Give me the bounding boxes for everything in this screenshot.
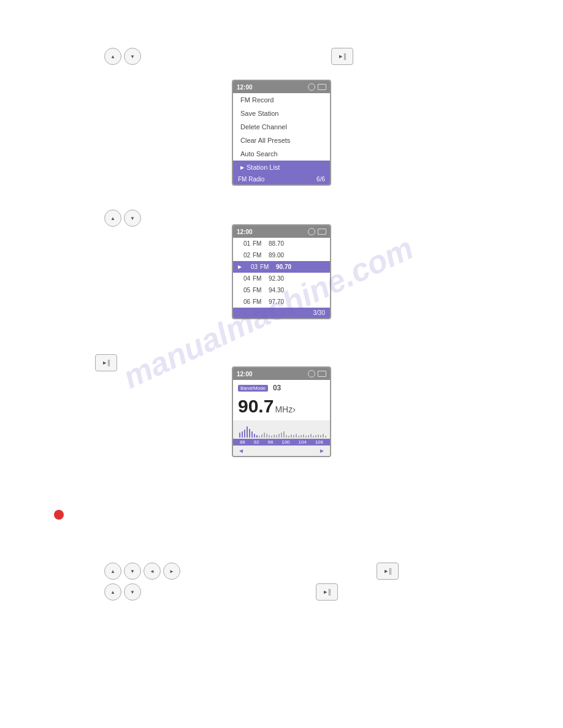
svg-rect-0 bbox=[239, 433, 240, 438]
menu-item-fm-record[interactable]: FM Record bbox=[233, 93, 330, 107]
svg-rect-25 bbox=[301, 435, 302, 438]
svg-rect-35 bbox=[325, 436, 326, 438]
tuner-preset-num: 03 bbox=[273, 384, 281, 392]
scale-label-88: 88 bbox=[240, 439, 245, 445]
tuner-freq-integer: 90.7 bbox=[238, 397, 274, 415]
bottom2-up-button[interactable]: ▲ bbox=[104, 583, 121, 601]
mid-play-pause-button[interactable]: ►║ bbox=[95, 354, 117, 371]
screen3-header: 12:00 bbox=[233, 368, 330, 380]
svg-rect-19 bbox=[286, 435, 287, 438]
screen1-time: 12:00 bbox=[237, 84, 253, 91]
svg-rect-11 bbox=[266, 434, 267, 438]
svg-rect-4 bbox=[249, 429, 250, 438]
station-4-freq: 92.30 bbox=[269, 275, 284, 282]
tuner-band-tag: Band/Mode bbox=[238, 385, 268, 392]
station-4-num: 04 bbox=[238, 275, 250, 282]
station-row-6[interactable]: 06 FM 97.70 bbox=[233, 296, 330, 308]
svg-rect-7 bbox=[256, 435, 258, 438]
svg-rect-2 bbox=[244, 430, 245, 438]
svg-rect-21 bbox=[291, 434, 292, 438]
menu-item-auto-search[interactable]: Auto Search bbox=[233, 147, 330, 161]
mid-up-button[interactable]: ▲ bbox=[104, 210, 121, 227]
tuner-nav-right[interactable]: ► bbox=[319, 447, 325, 454]
station-6-num: 06 bbox=[238, 298, 250, 305]
bottom1-up-button[interactable]: ▲ bbox=[104, 563, 121, 580]
tuner-freq-unit: MHz bbox=[275, 404, 293, 414]
mid-down-button[interactable]: ▼ bbox=[124, 210, 141, 227]
scale-label-92: 92 bbox=[254, 439, 259, 445]
tuner-nav: ◄ ► bbox=[233, 446, 330, 456]
svg-rect-29 bbox=[310, 434, 312, 438]
bottom1-right-button[interactable]: ► bbox=[163, 563, 180, 580]
bottom2-play-pause-button[interactable]: ►║ bbox=[316, 583, 338, 601]
screen2-icon1 bbox=[308, 228, 315, 235]
svg-rect-22 bbox=[293, 435, 294, 438]
station-row-1[interactable]: 01 FM 88.70 bbox=[233, 238, 330, 249]
tuner-freq-arrow: › bbox=[293, 404, 296, 414]
screen1-icon2 bbox=[318, 84, 326, 90]
svg-rect-26 bbox=[303, 434, 304, 438]
screen3-time: 12:00 bbox=[237, 371, 253, 377]
svg-rect-23 bbox=[296, 434, 297, 438]
bottom2-down-button[interactable]: ▼ bbox=[124, 583, 141, 601]
station-row-5[interactable]: 05 FM 94.30 bbox=[233, 284, 330, 296]
scale-label-108: 108 bbox=[315, 439, 323, 445]
station-6-freq: 97.70 bbox=[269, 298, 284, 305]
top-play-pause-button[interactable]: ►║ bbox=[331, 48, 353, 65]
menu-screen: 12:00 FM Record Save Station Delete Chan… bbox=[232, 80, 331, 186]
screen1-footer-label: FM Radio bbox=[238, 176, 264, 183]
svg-rect-34 bbox=[323, 434, 324, 438]
station-4-band: FM bbox=[253, 275, 266, 282]
station-row-3[interactable]: ▶ 03 FM 90.70 bbox=[233, 261, 330, 273]
svg-rect-5 bbox=[251, 431, 253, 438]
station-3-band: FM bbox=[260, 264, 274, 270]
menu-item-station-list[interactable]: Station List bbox=[233, 161, 330, 174]
scale-label-100: 100 bbox=[282, 439, 289, 445]
screen1-icon1 bbox=[308, 83, 315, 91]
svg-rect-1 bbox=[242, 431, 243, 438]
svg-rect-15 bbox=[276, 435, 277, 438]
top-down-button[interactable]: ▼ bbox=[124, 48, 141, 65]
svg-rect-12 bbox=[269, 435, 270, 438]
station-row-2[interactable]: 02 FM 89.00 bbox=[233, 249, 330, 261]
svg-rect-14 bbox=[274, 434, 275, 438]
station-5-band: FM bbox=[253, 287, 266, 294]
screen2-header: 12:00 bbox=[233, 226, 330, 238]
scale-label-104: 104 bbox=[298, 439, 306, 445]
bottom1-left-button[interactable]: ◄ bbox=[144, 563, 161, 580]
menu-item-delete-channel[interactable]: Delete Channel bbox=[233, 120, 330, 134]
svg-rect-28 bbox=[308, 435, 309, 438]
scale-label-96: 96 bbox=[267, 439, 273, 445]
station-5-num: 05 bbox=[238, 287, 250, 294]
station-2-band: FM bbox=[253, 252, 266, 259]
top-up-button[interactable]: ▲ bbox=[104, 48, 121, 65]
bottom1-play-pause-button[interactable]: ►║ bbox=[377, 563, 399, 580]
station-2-freq: 89.00 bbox=[269, 252, 284, 259]
station-2-num: 02 bbox=[238, 252, 250, 259]
bottom1-down-button[interactable]: ▼ bbox=[124, 563, 141, 580]
menu-item-save-station[interactable]: Save Station bbox=[233, 107, 330, 120]
svg-rect-27 bbox=[305, 436, 307, 438]
menu-item-clear-all-presets[interactable]: Clear All Presets bbox=[233, 134, 330, 147]
tuner-scale-labels: 88 92 96 100 104 108 bbox=[233, 439, 330, 446]
svg-rect-32 bbox=[318, 434, 319, 438]
svg-rect-24 bbox=[298, 436, 299, 438]
svg-rect-20 bbox=[288, 436, 289, 438]
record-dot bbox=[54, 510, 64, 520]
tuner-scale bbox=[233, 420, 330, 439]
svg-rect-16 bbox=[278, 434, 280, 438]
station-1-band: FM bbox=[253, 240, 266, 247]
tuner-nav-left[interactable]: ◄ bbox=[238, 447, 244, 454]
screen2-time: 12:00 bbox=[237, 229, 253, 235]
screen3-icon1 bbox=[308, 370, 315, 377]
screen3-icon2 bbox=[318, 371, 326, 377]
screen1-footer-count: 6/6 bbox=[316, 176, 325, 183]
svg-rect-30 bbox=[313, 436, 314, 438]
svg-rect-18 bbox=[283, 431, 285, 438]
screen1-header: 12:00 bbox=[233, 81, 330, 93]
station-row-4[interactable]: 04 FM 92.30 bbox=[233, 273, 330, 284]
svg-rect-33 bbox=[320, 435, 321, 438]
screen2-footer-count: 3/30 bbox=[313, 309, 325, 316]
station-3-freq: 90.70 bbox=[276, 264, 291, 270]
svg-rect-6 bbox=[254, 434, 255, 438]
